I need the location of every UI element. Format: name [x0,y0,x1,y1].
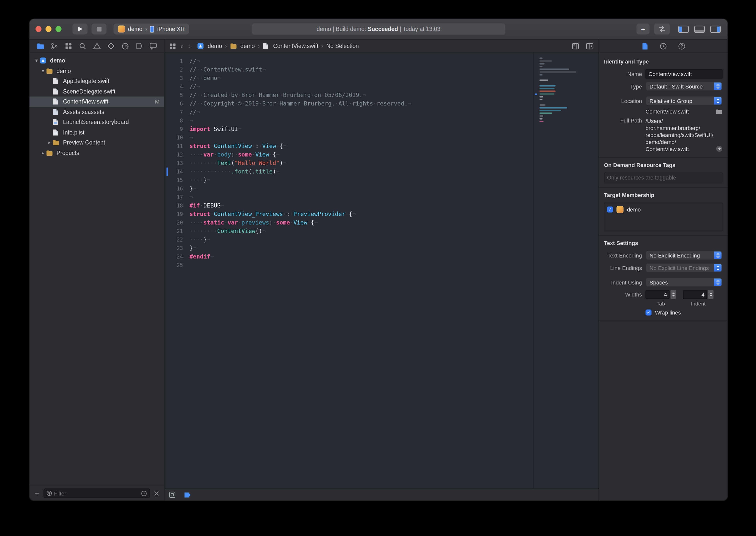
tree-item-launchscreen-storyboard[interactable]: LaunchScreen.storyboard [29,117,164,127]
inspector-toggle-button[interactable] [709,25,721,33]
tab-width-field[interactable] [645,290,670,299]
code-line-6[interactable]: 6//··Copyright·©·2019·Bror·Hammer·Brurbe… [165,99,533,108]
target-checkbox[interactable] [607,207,613,213]
source-control-filter-icon[interactable] [153,490,159,496]
breadcrumb-item-demo[interactable]: demo [197,43,222,50]
tree-item-demo[interactable]: ▾demo [29,66,164,76]
history-inspector-icon[interactable] [659,42,668,50]
device-icon [150,26,154,32]
code-line-18[interactable]: 18#if·DEBUG¬ [165,202,533,210]
breadcrumb-item-no-selection[interactable]: No Selection [326,43,359,49]
close-window-button[interactable] [36,26,42,32]
breakpoint-navigator-icon[interactable] [135,42,144,50]
tree-item-scenedelegate-swift[interactable]: SceneDelegate.swift [29,86,164,96]
source-control-navigator-icon[interactable] [50,42,59,50]
code-line-9[interactable]: 9import·SwiftUI¬ [165,125,533,133]
code-line-25[interactable]: 25 [165,261,533,270]
find-navigator-icon[interactable] [79,42,87,50]
code-line-17[interactable]: 17¬ [165,193,533,202]
forward-button[interactable]: › [187,43,191,50]
code-line-11[interactable]: 11struct·ContentView·:·View·{¬ [165,142,533,151]
tree-item-appdelegate-swift[interactable]: AppDelegate.swift [29,76,164,86]
breadcrumb-item-contentview-swift[interactable]: ContentView.swift [263,43,318,50]
quick-help-inspector-icon[interactable]: ? [677,42,686,50]
code-line-22[interactable]: 22····}¬ [165,236,533,244]
code-line-21[interactable]: 21········ContentView()¬ [165,227,533,236]
code-line-19[interactable]: 19struct·ContentView_Previews·:·PreviewP… [165,210,533,218]
indent-using-popup[interactable]: Spaces [645,278,722,287]
disclosure-triangle[interactable]: ▸ [47,140,52,145]
breakpoint-arrow-icon[interactable] [184,492,191,498]
folder-icon[interactable] [715,109,722,114]
zoom-window-button[interactable] [55,26,61,32]
run-button[interactable] [73,23,87,35]
code-line-4[interactable]: 4//¬ [165,83,533,91]
add-editor-icon[interactable] [586,43,594,49]
resource-tags-field[interactable] [604,173,722,183]
code-line-13[interactable]: 13········Text("Hello·World")¬ [165,159,533,168]
file-inspector-icon[interactable] [640,42,649,50]
project-navigator-icon[interactable] [36,42,45,50]
code-line-15[interactable]: 15····}¬ [165,176,533,184]
code-line-23[interactable]: 23}¬ [165,244,533,252]
debug-area-toggle-button[interactable] [694,25,706,33]
disclosure-triangle[interactable]: ▸ [40,151,46,155]
debug-navigator-icon[interactable] [121,42,129,50]
location-popup[interactable]: Relative to Group [645,96,722,106]
report-navigator-icon[interactable] [149,42,157,50]
tree-item-products[interactable]: ▸Products [29,148,164,158]
frame-icon[interactable] [169,491,176,498]
code-line-1[interactable]: 1//¬ [165,57,533,65]
code-line-20[interactable]: 20····static·var·previews:·some·View·{¬ [165,218,533,227]
related-items-icon[interactable] [170,43,176,49]
breadcrumb-item-demo[interactable]: demo [230,43,255,50]
tree-item-info-plist[interactable]: Info.plist [29,127,164,138]
tree-item-demo[interactable]: ▾demo [29,55,164,66]
stop-button[interactable] [91,23,107,35]
indent-width-stepper[interactable] [708,290,713,299]
indent-width-field[interactable] [683,290,707,299]
filter-input[interactable] [54,490,139,496]
code-line-7[interactable]: 7//¬ [165,108,533,117]
code-line-16[interactable]: 16}¬ [165,184,533,193]
code-line-24[interactable]: 24#endif¬ [165,252,533,261]
go-to-path-arrow-icon[interactable] [716,146,722,152]
library-button[interactable]: + [637,23,649,35]
tree-item-assets-xcassets[interactable]: Assets.xcassets [29,107,164,117]
add-file-button[interactable]: + [34,489,40,497]
code-line-10[interactable]: 10¬ [165,133,533,142]
code-line-3[interactable]: 3//··demo¬ [165,74,533,83]
right-panel-icon [710,25,721,33]
tab-width-stepper[interactable] [671,290,676,299]
tree-item-preview-content[interactable]: ▸Preview Content [29,138,164,148]
code-review-button[interactable] [654,23,670,35]
filter-field[interactable] [44,488,150,498]
tree-item-label: LaunchScreen.storyboard [63,119,129,125]
symbol-navigator-icon[interactable] [64,42,73,50]
scheme-selector[interactable]: demo › iPhone XR [114,23,189,35]
minimap-options-icon[interactable] [572,43,579,49]
text-encoding-popup[interactable]: No Explicit Encoding [645,251,722,260]
minimize-window-button[interactable] [46,26,51,32]
test-navigator-icon[interactable] [107,42,115,50]
target-row-demo[interactable]: demo [607,205,719,214]
disclosure-triangle[interactable]: ▾ [40,69,46,74]
code-line-5[interactable]: 5//··Created·by·Bror·Hammer·Brurberg·on·… [165,91,533,99]
code-editor[interactable]: 1//¬2//··ContentView.swift¬3//··demo¬4//… [165,53,533,488]
minimap[interactable] [533,53,599,488]
code-line-2[interactable]: 2//··ContentView.swift¬ [165,65,533,74]
tree-item-contentview-swift[interactable]: ContentView.swiftM [29,96,164,107]
type-popup[interactable]: Default - Swift Source [645,82,722,91]
back-button[interactable]: ‹ [180,43,184,50]
issue-navigator-icon[interactable] [92,42,101,50]
disclosure-triangle[interactable]: ▾ [34,58,40,63]
name-field[interactable] [645,69,722,79]
code-line-14[interactable]: 14············.font(.title)¬ [165,168,533,176]
code-line-8[interactable]: 8¬ [165,117,533,125]
navigator-toggle-button[interactable] [677,25,689,33]
wrap-lines-checkbox[interactable] [645,310,651,316]
line-endings-popup[interactable]: No Explicit Line Endings [645,263,722,273]
clock-icon[interactable] [141,490,147,496]
code-line-12[interactable]: 12····var·body:·some·View·{¬ [165,151,533,159]
code-text: //··Copyright·©·2019·Bror·Hammer·Brurber… [183,99,411,108]
